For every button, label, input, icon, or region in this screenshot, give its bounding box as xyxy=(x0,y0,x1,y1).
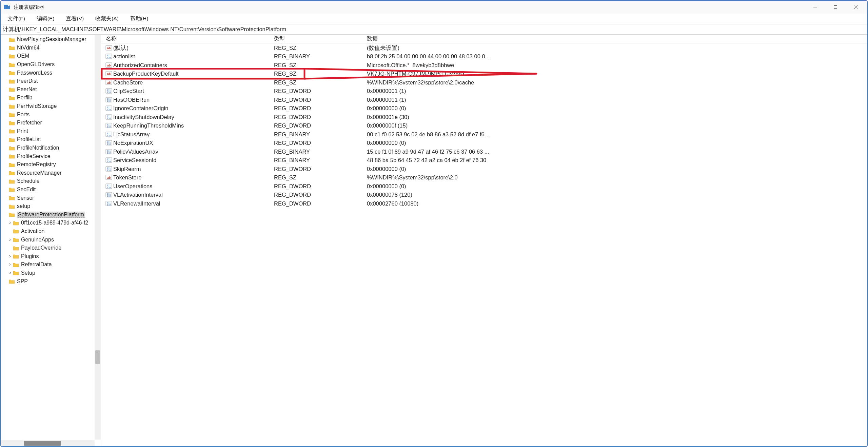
folder-icon xyxy=(9,187,15,192)
tree-vscroll-thumb[interactable] xyxy=(95,350,100,364)
tree-node-label: Plugins xyxy=(21,254,39,259)
svg-text:110: 110 xyxy=(107,134,111,137)
tree-node[interactable]: SoftwareProtectionPlatform xyxy=(1,210,101,219)
value-row[interactable]: 011110LicStatusArrayREG_BINARY00 c1 f0 6… xyxy=(101,130,867,139)
tree-node[interactable]: PeerNet xyxy=(1,85,101,94)
tree-node[interactable]: OEM xyxy=(1,52,101,60)
tree-node[interactable]: Schedule xyxy=(1,177,101,186)
svg-text:ab: ab xyxy=(107,64,111,67)
value-row[interactable]: 011110KeepRunningThresholdMinsREG_DWORD0… xyxy=(101,121,867,130)
column-header-name[interactable]: 名称 xyxy=(101,35,274,42)
binary-value-icon: 011110 xyxy=(105,88,113,94)
maximize-button[interactable] xyxy=(825,1,846,13)
tree-node[interactable]: ProfileService xyxy=(1,152,101,160)
value-data: (数值未设置) xyxy=(367,45,867,51)
expander-icon[interactable]: > xyxy=(7,263,13,267)
value-row[interactable]: 011110SkipRearmREG_DWORD0x00000000 (0) xyxy=(101,164,867,173)
tree-node[interactable]: >ReferralData xyxy=(1,260,101,269)
tree-node[interactable]: Activation xyxy=(1,227,101,236)
tree-node[interactable]: >Plugins xyxy=(1,252,101,260)
menu-help[interactable]: 帮助(H) xyxy=(125,14,153,24)
tree-node[interactable]: Sensor xyxy=(1,194,101,202)
tree-vscrollbar[interactable] xyxy=(95,35,101,440)
svg-text:110: 110 xyxy=(107,100,111,102)
value-type: REG_DWORD xyxy=(274,183,367,189)
expander-icon[interactable]: > xyxy=(7,238,13,242)
value-row[interactable]: 011110ServiceSessionIdREG_BINARY48 86 ba… xyxy=(101,156,867,165)
value-row[interactable]: 011110VLRenewalIntervalREG_DWORD0x000027… xyxy=(101,199,867,208)
tree-node-label: GenuineApps xyxy=(21,237,54,242)
tree-hscroll-thumb[interactable] xyxy=(24,441,61,446)
folder-icon xyxy=(9,79,15,84)
tree-node[interactable]: Ports xyxy=(1,110,101,119)
content-area: NowPlayingSessionManagerNtVdm64OEMOpenGL… xyxy=(1,35,867,446)
folder-icon xyxy=(13,254,19,259)
folder-icon xyxy=(9,129,15,134)
tree-node-label: NtVdm64 xyxy=(17,45,40,51)
menubar: 文件(F) 编辑(E) 查看(V) 收藏夹(A) 帮助(H) xyxy=(1,14,867,24)
value-data: %WINDIR%\System32\spp\store\2.0\cache xyxy=(367,80,867,85)
menu-view[interactable]: 查看(V) xyxy=(61,14,88,24)
tree-node[interactable]: PeerDist xyxy=(1,77,101,85)
tree-node[interactable]: OpenGLDrivers xyxy=(1,60,101,69)
expander-icon[interactable]: > xyxy=(7,271,13,275)
tree-node[interactable]: RemoteRegistry xyxy=(1,160,101,169)
value-row[interactable]: 011110InactivityShutdownDelayREG_DWORD0x… xyxy=(101,113,867,121)
close-button[interactable] xyxy=(846,1,866,13)
value-row[interactable]: 011110NoExpirationUXREG_DWORD0x00000000 … xyxy=(101,139,867,148)
value-row[interactable]: abAuthorizedContainersREG_SZMicrosoft.Of… xyxy=(101,61,867,70)
expander-icon[interactable]: > xyxy=(7,254,13,258)
value-name: HasOOBERun xyxy=(113,97,274,103)
tree-node[interactable]: PayloadOverride xyxy=(1,244,101,252)
tree-node[interactable]: Perflib xyxy=(1,94,101,102)
value-row[interactable]: abCacheStoreREG_SZ%WINDIR%\System32\spp\… xyxy=(101,78,867,87)
value-row[interactable]: ab(默认)REG_SZ(数值未设置) xyxy=(101,43,867,52)
value-row[interactable]: 011110PolicyValuesArrayREG_BINARY15 ce f… xyxy=(101,147,867,156)
tree-node[interactable]: Print xyxy=(1,127,101,136)
tree-hscrollbar[interactable] xyxy=(1,440,95,446)
value-type: REG_DWORD xyxy=(274,114,367,120)
binary-value-icon: 011110 xyxy=(105,131,113,138)
value-name: (默认) xyxy=(113,45,274,51)
menu-edit[interactable]: 编辑(E) xyxy=(32,14,59,24)
value-row[interactable]: 011110ClipSvcStartREG_DWORD0x00000001 (1… xyxy=(101,87,867,96)
minimize-button[interactable] xyxy=(805,1,825,13)
string-value-icon: ab xyxy=(105,70,113,77)
tree-node[interactable]: PerHwIdStorage xyxy=(1,102,101,111)
value-row[interactable]: abBackupProductKeyDefaultREG_SZVK7JG-NPH… xyxy=(101,70,867,78)
tree-node-label: OEM xyxy=(17,53,29,59)
tree-node-label: PerHwIdStorage xyxy=(17,103,57,109)
menu-file[interactable]: 文件(F) xyxy=(3,14,30,24)
value-row[interactable]: 011110VLActivationIntervalREG_DWORD0x000… xyxy=(101,191,867,199)
tree-node[interactable]: ProfileList xyxy=(1,135,101,144)
tree-node[interactable]: Prefetcher xyxy=(1,119,101,127)
binary-value-icon: 011110 xyxy=(105,139,113,146)
tree-node[interactable]: >GenuineApps xyxy=(1,235,101,244)
tree-node[interactable]: NtVdm64 xyxy=(1,44,101,52)
tree-node[interactable]: SPP xyxy=(1,277,101,286)
svg-text:110: 110 xyxy=(107,56,111,59)
tree-node[interactable]: PasswordLess xyxy=(1,69,101,77)
value-row[interactable]: abTokenStoreREG_SZ%WINDIR%\System32\spp\… xyxy=(101,173,867,182)
value-row[interactable]: 011110UserOperationsREG_DWORD0x00000000 … xyxy=(101,182,867,191)
menu-favorites[interactable]: 收藏夹(A) xyxy=(91,14,123,24)
tree-node[interactable]: ResourceManager xyxy=(1,169,101,177)
tree-node-label: ResourceManager xyxy=(17,170,62,176)
value-row[interactable]: 011110HasOOBERunREG_DWORD0x00000001 (1) xyxy=(101,95,867,104)
tree-node[interactable]: >0ff1ce15-a989-479d-af46-f2 xyxy=(1,219,101,227)
value-row[interactable]: 011110actionlistREG_BINARYb8 0f 2b 25 04… xyxy=(101,52,867,61)
column-header-type[interactable]: 类型 xyxy=(274,35,367,42)
expander-icon[interactable]: > xyxy=(7,221,13,225)
value-data: 0x00002760 (10080) xyxy=(367,201,867,207)
value-type: REG_SZ xyxy=(274,45,367,51)
tree-node[interactable]: setup xyxy=(1,202,101,211)
address-bar[interactable]: 计算机\HKEY_LOCAL_MACHINE\SOFTWARE\Microsof… xyxy=(1,24,867,35)
tree-node[interactable]: SecEdit xyxy=(1,186,101,194)
value-row[interactable]: 011110IgnoreContainerOriginREG_DWORD0x00… xyxy=(101,104,867,113)
svg-text:110: 110 xyxy=(107,160,111,162)
tree-node[interactable]: ProfileNotification xyxy=(1,144,101,152)
column-header-data[interactable]: 数据 xyxy=(367,35,867,42)
tree-node[interactable]: NowPlayingSessionManager xyxy=(1,35,101,44)
value-data: 0x00000000 (0) xyxy=(367,166,867,172)
tree-node[interactable]: >Setup xyxy=(1,269,101,277)
